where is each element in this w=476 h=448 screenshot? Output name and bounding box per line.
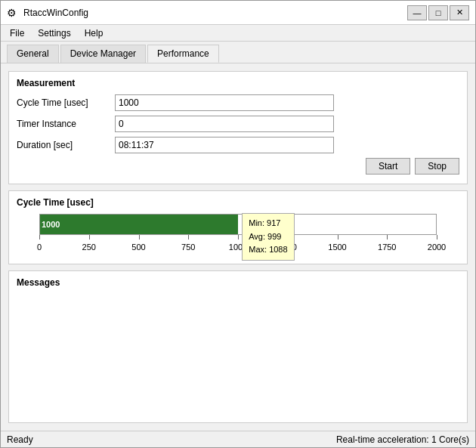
messages-section: Messages [8, 270, 468, 423]
minimize-button[interactable]: — [407, 5, 427, 20]
status-acceleration: Real-time acceleration: 1 Core(s) [336, 434, 469, 445]
axis-label-1500: 1500 [328, 243, 346, 252]
axis-label-250: 250 [82, 243, 96, 252]
axis-label-750: 750 [181, 243, 195, 252]
tick-500 [139, 235, 140, 239]
timer-instance-row: Timer Instance [17, 116, 459, 132]
duration-label: Duration [sec] [17, 140, 115, 150]
measurement-section: Measurement Cycle Time [usec] Timer Inst… [8, 71, 468, 184]
window-title: RtaccWinConfig [23, 8, 88, 18]
tab-performance[interactable]: Performance [147, 45, 219, 63]
tooltip-max: Max: 1088 [249, 243, 287, 257]
axis-label-500: 500 [131, 243, 145, 252]
axis-label-0: 0 [37, 243, 42, 252]
status-bar: Ready Real-time acceleration: 1 Core(s) [1, 431, 475, 447]
tick-250 [89, 235, 90, 239]
tick-0 [39, 235, 40, 239]
tick-750 [188, 235, 189, 239]
cycle-time-row: Cycle Time [usec] [17, 94, 459, 111]
start-button[interactable]: Start [366, 158, 410, 175]
chart-area: 1000 Min: 917 Avg: 999 Max: 1088 [17, 214, 459, 255]
tabs-bar: General Device Manager Performance [1, 42, 475, 63]
chart-tooltip: Min: 917 Avg: 999 Max: 1088 [242, 213, 294, 261]
tab-general[interactable]: General [7, 45, 59, 63]
chart-section: Cycle Time [usec] 1000 Min: 917 Avg: 999… [8, 190, 468, 264]
title-bar-left: ⚙ RtaccWinConfig [7, 7, 88, 19]
timer-instance-input[interactable] [115, 116, 334, 132]
tick-2000 [437, 235, 437, 239]
action-buttons: Start Stop [17, 158, 459, 175]
chart-axis-labels: 0 250 500 750 1000 1250 1500 1750 2000 [39, 243, 437, 255]
maximize-button[interactable]: □ [428, 5, 448, 20]
chart-bar-container: 1000 Min: 917 Avg: 999 Max: 1088 [39, 214, 437, 235]
axis-label-2000: 2000 [428, 243, 446, 252]
tooltip-min: Min: 917 [249, 217, 287, 230]
title-controls: — □ ✕ [407, 5, 469, 20]
tab-device-manager[interactable]: Device Manager [60, 45, 146, 63]
main-window: ⚙ RtaccWinConfig — □ ✕ File Settings Hel… [0, 0, 476, 448]
cycle-time-label: Cycle Time [usec] [17, 97, 115, 108]
axis-label-1750: 1750 [378, 243, 396, 252]
tick-1750 [387, 235, 388, 239]
measurement-title: Measurement [17, 78, 459, 88]
app-icon: ⚙ [7, 7, 19, 19]
tooltip-avg: Avg: 999 [249, 230, 287, 244]
status-ready: Ready [7, 434, 33, 445]
close-button[interactable]: ✕ [450, 5, 469, 20]
chart-bar: 1000 [40, 215, 238, 234]
chart-ticks [39, 235, 437, 243]
title-bar: ⚙ RtaccWinConfig — □ ✕ [1, 1, 475, 25]
duration-row: Duration [sec] [17, 137, 459, 153]
menu-settings[interactable]: Settings [32, 26, 76, 40]
tick-1000 [238, 235, 239, 239]
menu-bar: File Settings Help [1, 25, 475, 42]
cycle-time-input[interactable] [115, 94, 334, 111]
chart-bar-label: 1000 [42, 220, 60, 229]
messages-title: Messages [17, 277, 459, 288]
chart-track: 1000 Min: 917 Avg: 999 Max: 1088 [39, 214, 437, 235]
stop-button[interactable]: Stop [415, 158, 459, 175]
duration-input[interactable] [115, 137, 334, 153]
main-content: Measurement Cycle Time [usec] Timer Inst… [1, 63, 475, 431]
menu-help[interactable]: Help [79, 26, 110, 40]
tick-1500 [338, 235, 338, 239]
timer-instance-label: Timer Instance [17, 119, 115, 129]
chart-title: Cycle Time [usec] [17, 197, 459, 208]
menu-file[interactable]: File [4, 26, 30, 40]
